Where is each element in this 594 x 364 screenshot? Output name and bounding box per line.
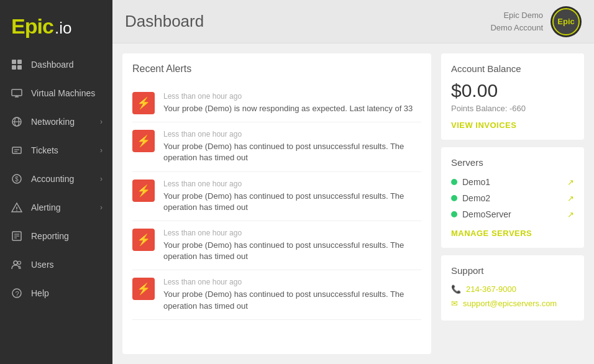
server-item-2: DemoServer ↗ bbox=[451, 206, 574, 222]
servers-title: Servers bbox=[451, 157, 574, 168]
sidebar-tickets-label: Tickets bbox=[31, 145, 100, 155]
sidebar-alerting-label: Alerting bbox=[31, 202, 100, 212]
avatar-logo-text: Epic bbox=[557, 17, 574, 26]
sidebar-item-users[interactable]: Users bbox=[0, 250, 112, 279]
alert-item-1: ⚡ Less than one hour ago Your probe (Dem… bbox=[132, 122, 421, 171]
alert-item-2: ⚡ Less than one hour ago Your probe (Dem… bbox=[132, 172, 421, 221]
user-name: Epic Demo bbox=[490, 9, 543, 22]
sidebar-item-virtual-machines[interactable]: Virtual Machines bbox=[0, 79, 112, 107]
accounting-arrow: › bbox=[100, 175, 103, 183]
sidebar-reporting-label: Reporting bbox=[31, 231, 103, 241]
svg-rect-6 bbox=[12, 89, 22, 96]
sidebar-item-accounting[interactable]: $ Accounting › bbox=[0, 165, 112, 193]
lightning-icon-1: ⚡ bbox=[137, 134, 150, 148]
svg-text:$: $ bbox=[15, 176, 19, 183]
alerting-icon bbox=[10, 201, 24, 214]
alert-item-4: ⚡ Less than one hour ago Your probe (Dem… bbox=[132, 270, 421, 319]
svg-rect-2 bbox=[12, 60, 16, 64]
page-title: Dashboard bbox=[125, 12, 204, 31]
sidebar-item-tickets[interactable]: Tickets › bbox=[0, 136, 112, 165]
alert-msg-1: Your probe (Demo) has continued to post … bbox=[163, 141, 421, 163]
alert-content-4: Less than one hour ago Your probe (Demo)… bbox=[163, 278, 421, 311]
account-balance-title: Account Balance bbox=[451, 63, 574, 74]
sidebar-item-help[interactable]: ? Help bbox=[0, 279, 112, 307]
points-balance: Points Balance: -660 bbox=[451, 104, 574, 113]
logo-svg: Epic .io bbox=[10, 11, 91, 39]
svg-rect-12 bbox=[12, 147, 21, 153]
svg-text:Epic: Epic bbox=[11, 14, 53, 38]
view-invoices-link[interactable]: VIEW INVOICES bbox=[451, 121, 574, 130]
alert-time-0: Less than one hour ago bbox=[163, 92, 413, 101]
server-name-0: Demo1 bbox=[462, 177, 562, 187]
support-title: Support bbox=[451, 265, 574, 276]
phone-icon: 📞 bbox=[451, 284, 461, 294]
server-name-2: DemoServer bbox=[462, 209, 562, 219]
alert-time-2: Less than one hour ago bbox=[163, 180, 421, 188]
external-link-icon-2[interactable]: ↗ bbox=[567, 210, 574, 219]
main-content: Dashboard Epic Demo Demo Account Epic Re… bbox=[112, 0, 594, 364]
lightning-icon-3: ⚡ bbox=[137, 233, 150, 247]
server-status-dot-0 bbox=[451, 179, 457, 185]
sidebar-item-alerting[interactable]: Alerting › bbox=[0, 193, 112, 222]
server-item-0: Demo1 ↗ bbox=[451, 174, 574, 190]
help-icon: ? bbox=[10, 286, 24, 300]
alert-msg-4: Your probe (Demo) has continued to post … bbox=[163, 289, 421, 311]
alert-icon-2: ⚡ bbox=[132, 180, 155, 202]
user-info: Epic Demo Demo Account bbox=[490, 9, 543, 34]
alert-icon-0: ⚡ bbox=[132, 92, 155, 114]
lightning-icon-0: ⚡ bbox=[137, 96, 150, 110]
svg-text:?: ? bbox=[16, 290, 19, 298]
sidebar-accounting-label: Accounting bbox=[31, 174, 100, 184]
alert-content-2: Less than one hour ago Your probe (Demo)… bbox=[163, 180, 421, 213]
email-icon: ✉ bbox=[451, 299, 458, 308]
account-name: Demo Account bbox=[490, 22, 543, 34]
alert-content-0: Less than one hour ago Your probe (Demo)… bbox=[163, 92, 413, 114]
sidebar-item-reporting[interactable]: Reporting bbox=[0, 222, 112, 250]
dashboard-icon bbox=[10, 58, 24, 71]
external-link-icon-1[interactable]: ↗ bbox=[567, 194, 574, 203]
alert-content-1: Less than one hour ago Your probe (Demo)… bbox=[163, 130, 421, 163]
svg-rect-5 bbox=[17, 65, 22, 70]
svg-point-19 bbox=[16, 210, 17, 211]
support-email-item: ✉ support@epicservers.com bbox=[451, 296, 574, 311]
svg-point-25 bbox=[18, 262, 21, 265]
support-email[interactable]: support@epicservers.com bbox=[463, 299, 557, 308]
alert-time-1: Less than one hour ago bbox=[163, 130, 421, 139]
sidebar-help-label: Help bbox=[31, 288, 103, 298]
account-balance-card: Account Balance $0.00 Points Balance: -6… bbox=[441, 53, 584, 140]
support-card: Support 📞 214-367-9000 ✉ support@epicser… bbox=[441, 255, 584, 321]
sidebar-dashboard-label: Dashboard bbox=[31, 60, 103, 70]
sidebar-item-dashboard[interactable]: Dashboard bbox=[0, 50, 112, 79]
svg-point-24 bbox=[14, 261, 17, 265]
top-bar: Dashboard Epic Demo Demo Account Epic bbox=[112, 0, 594, 43]
alert-content-3: Less than one hour ago Your probe (Demo)… bbox=[163, 229, 421, 262]
server-name-1: Demo2 bbox=[462, 193, 562, 203]
content-area: Recent Alerts ⚡ Less than one hour ago Y… bbox=[112, 43, 594, 364]
support-phone-item: 📞 214-367-9000 bbox=[451, 282, 574, 296]
support-phone[interactable]: 214-367-9000 bbox=[466, 284, 516, 294]
svg-rect-4 bbox=[12, 65, 16, 70]
tickets-icon bbox=[10, 143, 24, 157]
alert-msg-3: Your probe (Demo) has continued to post … bbox=[163, 240, 421, 262]
alert-time-3: Less than one hour ago bbox=[163, 229, 421, 237]
alert-time-4: Less than one hour ago bbox=[163, 278, 421, 286]
reporting-icon bbox=[10, 229, 24, 243]
servers-card: Servers Demo1 ↗ Demo2 ↗ DemoServer ↗ MAN… bbox=[441, 147, 584, 248]
manage-servers-link[interactable]: MANAGE SERVERS bbox=[451, 229, 574, 238]
alerting-arrow: › bbox=[100, 203, 103, 212]
users-icon bbox=[10, 258, 24, 271]
server-item-1: Demo2 ↗ bbox=[451, 190, 574, 206]
sidebar: Epic .io Dashboard Virtual Machines bbox=[0, 0, 112, 364]
accounting-icon: $ bbox=[10, 172, 24, 186]
avatar[interactable]: Epic bbox=[551, 6, 582, 37]
logo-area: Epic .io bbox=[0, 0, 112, 50]
avatar-inner: Epic bbox=[552, 8, 580, 35]
alert-icon-4: ⚡ bbox=[132, 278, 155, 300]
right-panel: Account Balance $0.00 Points Balance: -6… bbox=[441, 53, 584, 354]
sidebar-item-networking[interactable]: Networking › bbox=[0, 107, 112, 136]
svg-rect-3 bbox=[17, 60, 22, 64]
networking-icon bbox=[10, 115, 24, 129]
alert-icon-3: ⚡ bbox=[132, 229, 155, 251]
alerts-section-title: Recent Alerts bbox=[132, 63, 421, 75]
external-link-icon-0[interactable]: ↗ bbox=[567, 178, 574, 187]
